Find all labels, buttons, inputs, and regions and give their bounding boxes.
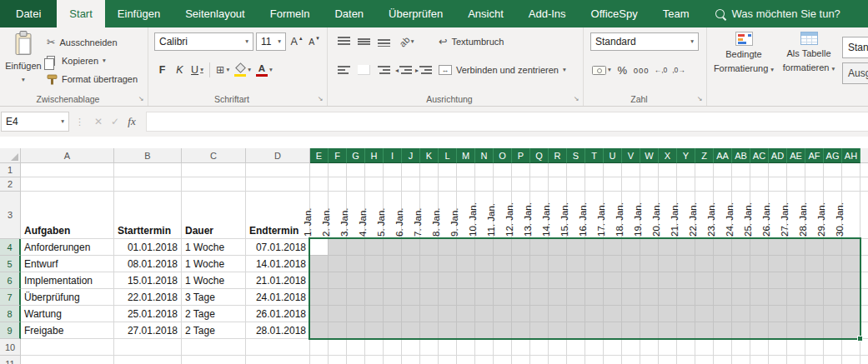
tab-officespy[interactable]: OfficeSpy <box>579 0 650 27</box>
cell-R8[interactable] <box>549 306 567 322</box>
cell-AF6[interactable] <box>805 272 824 289</box>
comma-style-button[interactable]: 000 <box>632 62 651 78</box>
column-header-Y[interactable]: Y <box>677 148 695 163</box>
cell-S5[interactable] <box>567 256 585 272</box>
cell-S4[interactable] <box>567 239 585 256</box>
cell-U8[interactable] <box>604 306 622 322</box>
cell-O10[interactable] <box>494 339 512 356</box>
tab-einfügen[interactable]: Einfügen <box>105 0 173 27</box>
cell-AD2[interactable] <box>769 177 787 192</box>
cell-X10[interactable] <box>659 339 677 356</box>
cell-A9[interactable]: Freigabe <box>21 322 114 339</box>
cell-AG4[interactable] <box>824 239 842 256</box>
cell-J10[interactable] <box>402 339 420 356</box>
cell-C2[interactable] <box>182 177 246 192</box>
cell-T8[interactable] <box>585 306 604 322</box>
cell-O5[interactable] <box>494 256 512 272</box>
column-header-Z[interactable]: Z <box>695 148 714 163</box>
column-header-G[interactable]: G <box>347 148 365 163</box>
cell-P8[interactable] <box>512 306 530 322</box>
cell-AF8[interactable] <box>805 306 824 322</box>
cell-N10[interactable] <box>475 339 494 356</box>
cell-U9[interactable] <box>604 322 622 339</box>
cell-H8[interactable] <box>365 306 384 322</box>
cell-AG9[interactable] <box>824 322 842 339</box>
cell-AF2[interactable] <box>805 177 824 192</box>
cell-P1[interactable] <box>512 163 530 177</box>
decrease-indent-button[interactable] <box>394 62 413 78</box>
column-header-AE[interactable]: AE <box>787 148 805 163</box>
cell-AF9[interactable] <box>805 322 824 339</box>
cell-P9[interactable] <box>512 322 530 339</box>
accounting-format-button[interactable] <box>590 62 613 78</box>
cell-Z8[interactable] <box>695 306 714 322</box>
column-header-B[interactable]: B <box>114 148 182 163</box>
tab-team[interactable]: Team <box>650 0 702 27</box>
cell-AE10[interactable] <box>787 339 805 356</box>
cell-A2[interactable] <box>21 177 114 192</box>
cell-A4[interactable]: Anforderungen <box>21 239 114 256</box>
cell-C11[interactable] <box>182 356 246 364</box>
column-header-AC[interactable]: AC <box>750 148 769 163</box>
cell-AD7[interactable] <box>769 289 787 306</box>
cell-A10[interactable] <box>21 339 114 356</box>
cell-A7[interactable]: Überprüfung <box>21 289 114 306</box>
cell-AB2[interactable] <box>732 177 750 192</box>
cell-L2[interactable] <box>439 177 457 192</box>
cell-I10[interactable] <box>384 339 402 356</box>
cell-X11[interactable] <box>659 356 677 364</box>
cell-K4[interactable] <box>420 239 439 256</box>
column-header-F[interactable]: F <box>329 148 347 163</box>
column-header-T[interactable]: T <box>585 148 604 163</box>
cell-P6[interactable] <box>512 272 530 289</box>
cell-AB8[interactable] <box>732 306 750 322</box>
cell-B8[interactable]: 25.01.2018 <box>114 306 182 322</box>
cell-AG7[interactable] <box>824 289 842 306</box>
cell-L8[interactable] <box>439 306 457 322</box>
cell-K9[interactable] <box>420 322 439 339</box>
tab-start[interactable]: Start <box>57 0 104 27</box>
cell-AH11[interactable] <box>842 356 860 364</box>
cell-AA2[interactable] <box>714 177 732 192</box>
cell-N6[interactable] <box>475 272 494 289</box>
column-header-O[interactable]: O <box>494 148 512 163</box>
cell-Q10[interactable] <box>530 339 549 356</box>
cell-AG2[interactable] <box>824 177 842 192</box>
cell-I5[interactable] <box>384 256 402 272</box>
cell-C1[interactable] <box>182 163 246 177</box>
cell-B10[interactable] <box>114 339 182 356</box>
cell-AC6[interactable] <box>750 272 769 289</box>
cell-AC9[interactable] <box>750 322 769 339</box>
fill-handle[interactable] <box>857 336 863 342</box>
cell-O11[interactable] <box>494 356 512 364</box>
cell-L6[interactable] <box>439 272 457 289</box>
cell-X1[interactable] <box>659 163 677 177</box>
paste-button[interactable]: Einfügen <box>3 31 44 99</box>
cancel-button[interactable]: ✕ <box>90 116 107 127</box>
cut-button[interactable]: ✂ Ausschneiden <box>47 34 118 51</box>
cell-W4[interactable] <box>640 239 659 256</box>
cell-W6[interactable] <box>640 272 659 289</box>
row-header-5[interactable]: 5 <box>0 256 21 272</box>
column-header-E[interactable]: E <box>310 148 329 163</box>
cell-T4[interactable] <box>585 239 604 256</box>
cell-S10[interactable] <box>567 339 585 356</box>
merge-center-button[interactable]: ↔ Verbinden und zentrieren <box>439 62 566 78</box>
decrease-font-size-button[interactable]: A ▾ <box>306 33 322 50</box>
cell-R5[interactable] <box>549 256 567 272</box>
cell-Q6[interactable] <box>530 272 549 289</box>
cell-P7[interactable] <box>512 289 530 306</box>
cell-AC1[interactable] <box>750 163 769 177</box>
cell-I8[interactable] <box>384 306 402 322</box>
cell-R2[interactable] <box>549 177 567 192</box>
column-header-I[interactable]: I <box>384 148 402 163</box>
copy-button[interactable]: Kopieren <box>47 52 106 69</box>
cell-AH6[interactable] <box>842 272 860 289</box>
cell-I11[interactable] <box>384 356 402 364</box>
percent-style-button[interactable]: % <box>615 62 630 78</box>
cell-X8[interactable] <box>659 306 677 322</box>
cell-A5[interactable]: Entwurf <box>21 256 114 272</box>
cell-AD1[interactable] <box>769 163 787 177</box>
cell-D8[interactable]: 26.01.2018 <box>246 306 310 322</box>
number-format-select[interactable]: Standard <box>590 32 699 51</box>
